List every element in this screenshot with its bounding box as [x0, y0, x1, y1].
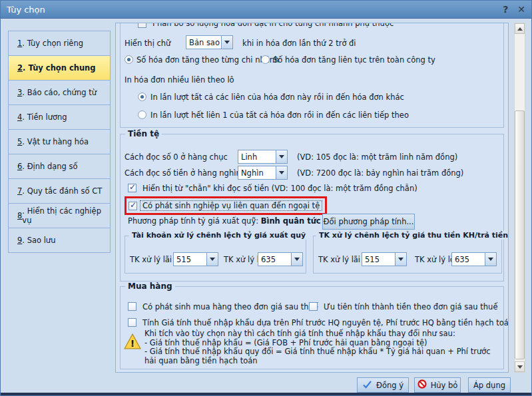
sidebar-item-sao-luu[interactable]: 9. Sao lưu — [8, 228, 111, 253]
allocate-invoice-checkbox[interactable] — [138, 23, 146, 28]
options-sidebar: 1. Tùy chọn riêng 2. Tùy chọn chung 3. B… — [8, 31, 111, 253]
foreign-currency-label[interactable]: Có phát sinh nghiệp vụ liên quan đến ngo… — [140, 200, 322, 211]
import-tax-base-checkbox[interactable] — [128, 318, 136, 327]
sidebar-item-dinh-dang-so[interactable]: 6. Định dạng số — [8, 154, 111, 179]
display-text-suffix: khi in hóa đơn lần thứ 2 trở đi — [242, 39, 356, 48]
copy-text-combo[interactable]: Bản sao — [186, 35, 233, 49]
item-label: . Sao lưu — [22, 236, 55, 245]
apply-label: Áp dụng — [473, 381, 505, 390]
item-label: . Quy tắc đánh số CT — [22, 186, 102, 196]
sidebar-item-tuy-chon-chung[interactable]: 2. Tùy chọn chung — [8, 55, 111, 81]
item-number: 5 — [17, 137, 22, 146]
sidebar-item-tuy-chon-rieng[interactable]: 1. Tùy chọn riêng — [8, 31, 111, 56]
warning-line-1: Khi tích vào tùy chọn này thì cách tính … — [144, 329, 500, 339]
cash-diff-box-title: Tài khoản xử lý chênh lệch tỷ giá xuất q… — [129, 231, 308, 240]
purchase-group-title: Mua hàng — [125, 282, 175, 291]
content-scrollbar[interactable] — [514, 23, 525, 373]
chevron-down-icon[interactable] — [276, 150, 287, 163]
thousands-reading-combo[interactable]: Nghìn — [238, 166, 288, 180]
triangle-up-icon — [517, 27, 523, 31]
cancel-button[interactable]: Hủy bỏ — [414, 377, 461, 393]
cash-diff-account-box: Tài khoản xử lý chênh lệch tỷ giá xuất q… — [125, 236, 306, 274]
chevron-down-icon[interactable] — [395, 253, 406, 266]
item-number: 4 — [17, 112, 22, 122]
scrollbar-thumb[interactable] — [515, 110, 525, 359]
numbering-branch-radio[interactable] — [125, 55, 133, 64]
priority-amount-checkbox[interactable] — [309, 302, 318, 311]
cancel-label: Hủy bỏ — [431, 381, 458, 390]
dialog-title: Tùy chọn — [7, 5, 45, 15]
item-label: . Tùy chọn riêng — [22, 39, 83, 48]
item-number: 6 — [17, 162, 22, 171]
title-bar[interactable]: Tùy chọn ? ✕ — [1, 1, 531, 19]
batch-print-label: In hóa đơn nhiều liên theo lô — [125, 75, 234, 85]
apply-button[interactable]: Áp dụng — [468, 377, 511, 393]
tens-reading-combo[interactable]: Linh — [238, 150, 288, 164]
sidebar-item-vat-tu-hang-hoa[interactable]: 5. Vật tư hàng hóa — [8, 129, 111, 154]
numbering-company-radio[interactable] — [261, 55, 270, 64]
sidebar-item-quy-tac-danh-so-ct[interactable]: 7. Quy tắc đánh số CT — [8, 178, 111, 204]
even-word-label: Hiển thị từ "chẵn" khi đọc số tiền (VD: … — [142, 184, 417, 193]
foreign-currency-checkbox[interactable] — [129, 202, 137, 210]
batch-sequence-label-1: In lần lượt tất cả các liên của hóa đơn … — [150, 93, 404, 102]
even-word-checkbox[interactable] — [128, 184, 136, 192]
ok-button[interactable]: Đồng ý — [357, 377, 409, 393]
options-dialog: Tùy chọn ? ✕ 1. Tùy chọn riêng 2. Tùy ch… — [0, 0, 532, 396]
svg-text:!: ! — [131, 338, 134, 349]
loss-account-combo[interactable]: 635 — [451, 252, 497, 266]
gain-account-combo[interactable]: 515 — [173, 252, 218, 266]
close-icon[interactable]: ✕ — [517, 4, 525, 15]
chevron-down-icon[interactable] — [206, 253, 218, 266]
item-number: 8 — [17, 211, 22, 220]
combo-value: 515 — [362, 253, 395, 266]
priority-amount-label: Ưu tiên tính thành tiền theo đơn giá sau… — [324, 302, 497, 311]
scroll-up-button[interactable] — [515, 23, 525, 34]
gain-account-combo[interactable]: 515 — [362, 252, 407, 266]
item-label: . Tùy chọn chung — [23, 63, 96, 73]
sidebar-item-tien-luong[interactable]: 4. Tiền lương — [8, 104, 111, 130]
loss-account-label: TK xử lý lỗ — [415, 255, 455, 264]
item-number: 7 — [17, 186, 22, 196]
triangle-down-icon — [517, 365, 523, 369]
combo-value: 635 — [452, 253, 485, 266]
ok-label: Đồng ý — [376, 381, 403, 390]
scroll-down-button[interactable] — [515, 361, 525, 372]
combo-value: 635 — [258, 253, 291, 266]
chevron-down-icon[interactable] — [485, 253, 496, 266]
item-number: 9 — [17, 236, 22, 245]
warning-line-2: - Giá tính thuế nhập khẩu = (Giá FOB + P… — [144, 339, 500, 348]
item-label: . Tiền lương — [22, 112, 67, 122]
sidebar-item-hien-thi-cac-nghiep-vu[interactable]: 8. Hiển thị các nghiệp vụ — [8, 203, 111, 228]
change-method-button[interactable]: Đổi phương pháp tính... — [322, 214, 415, 230]
item-label: . Vật tư hàng hóa — [22, 137, 89, 146]
item-label: . Định dạng số — [22, 162, 77, 171]
chevron-down-icon[interactable] — [291, 253, 302, 266]
chevron-down-icon[interactable] — [221, 36, 232, 49]
sidebar-item-bao-cao-chung-tu[interactable]: 3. Báo cáo, chứng từ — [8, 80, 111, 105]
combo-value: Nghìn — [238, 166, 276, 179]
receivable-diff-box-title: TK xử lý chênh lệch tỷ giá thu tiền KH/t… — [316, 231, 509, 240]
combo-value: 515 — [174, 253, 206, 266]
batch-sequence-radio-1[interactable] — [138, 93, 146, 101]
item-number: 1 — [17, 39, 22, 48]
loss-account-combo[interactable]: 635 — [258, 252, 303, 266]
change-method-label: Đổi phương pháp tính... — [324, 217, 414, 226]
tens-reading-label: Cách đọc số 0 ở hàng chục — [125, 152, 228, 162]
check-icon — [362, 380, 372, 391]
warning-line-3: - Giá tính thuế nhập khẩu quy đổi = Giá … — [144, 347, 500, 365]
currency-group-title: Tiền tệ — [125, 129, 162, 138]
help-icon[interactable]: ? — [503, 4, 508, 15]
window-bottom-edge — [1, 393, 531, 395]
after-tax-price-checkbox[interactable] — [128, 302, 136, 311]
exchange-method-row: Phương pháp tính tỷ giá xuất quỹ: Bình q… — [128, 216, 340, 226]
batch-sequence-radio-2[interactable] — [138, 110, 146, 119]
item-label: . Báo cáo, chứng từ — [22, 88, 97, 97]
combo-value: Linh — [238, 150, 276, 163]
import-tax-base-label: Tính Giá tính thuế nhập khẩu dựa trên Ph… — [142, 318, 509, 327]
exchange-method-label: Phương pháp tính tỷ giá xuất quỹ: — [128, 216, 258, 226]
item-label: . Hiển thị các nghiệp vụ — [22, 206, 110, 225]
item-number: 2 — [17, 63, 23, 73]
chevron-down-icon[interactable] — [276, 166, 287, 179]
batch-sequence-label-2: In lần lượt hết liên 1 của tất cả hóa đơ… — [150, 110, 409, 120]
numbering-company-label: Số hóa đơn tăng liên tục trên toàn công … — [273, 55, 435, 65]
